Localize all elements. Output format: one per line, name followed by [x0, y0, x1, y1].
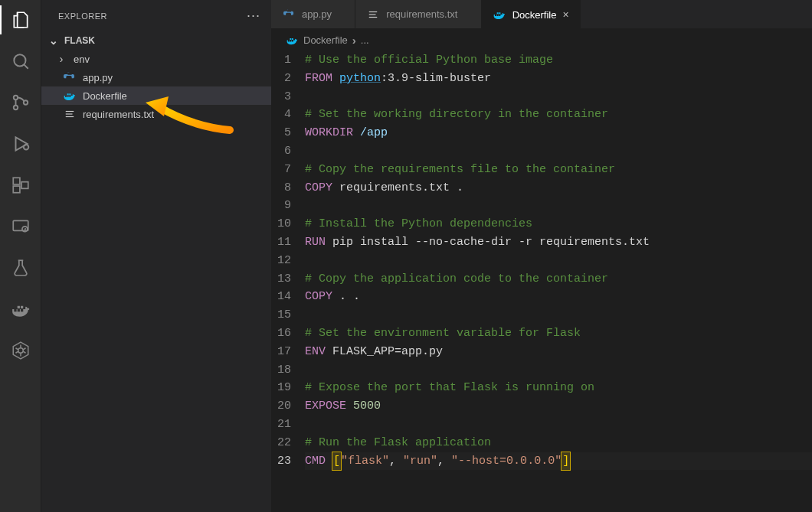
line-number: 17 [274, 343, 291, 361]
line-number: 23 [274, 452, 291, 471]
code-token: "run" [403, 452, 437, 471]
code-line[interactable]: # Copy the application code to the conta… [305, 270, 812, 289]
code-lines[interactable]: # Use the official Python base imageFROM… [305, 51, 812, 470]
svg-marker-5 [15, 137, 27, 150]
code-line[interactable]: RUN pip install --no-cache-dir -r requir… [305, 233, 812, 252]
code-line[interactable]: # Set the environment variable for Flask [305, 324, 812, 343]
code-line[interactable]: FROM python:3.9-slim-buster [305, 70, 812, 88]
code-token: # Use the official Python base image [305, 51, 553, 70]
code-editor[interactable]: 1234567891011121314151617181920212223 # … [271, 51, 812, 470]
text-lines-icon [366, 9, 380, 20]
code-token: COPY [305, 288, 332, 306]
code-line[interactable]: COPY requirements.txt . [305, 179, 812, 197]
sidebar-title: EXPLORER [58, 11, 107, 21]
code-token: # Run the Flask application [305, 434, 491, 452]
line-number: 4 [274, 106, 291, 124]
activity-search-icon[interactable] [8, 49, 33, 73]
code-line[interactable] [305, 88, 812, 106]
code-line[interactable] [305, 197, 812, 215]
chevron-down-icon: ⌄ [47, 34, 60, 47]
code-line[interactable] [305, 306, 812, 324]
line-number: 12 [274, 252, 291, 270]
code-token: , [437, 452, 451, 471]
code-line[interactable]: EXPOSE 5000 [305, 397, 812, 416]
activity-git-icon[interactable] [8, 90, 33, 115]
close-icon[interactable]: × [562, 8, 568, 21]
activity-extensions-icon[interactable] [8, 173, 33, 197]
code-token: :3.9-slim-buster [381, 70, 491, 88]
code-token: FROM [305, 70, 332, 88]
activity-files-icon[interactable] [8, 8, 33, 32]
docker-icon [285, 34, 299, 46]
code-line[interactable]: # Copy the requirements file to the cont… [305, 161, 812, 179]
code-token [353, 124, 360, 142]
code-token [326, 452, 332, 471]
line-number: 11 [274, 233, 291, 252]
code-line[interactable]: WORKDIR /app [305, 124, 812, 142]
activity-test-icon[interactable] [8, 256, 33, 280]
code-line[interactable] [305, 252, 812, 270]
code-line[interactable]: CMD ["flask", "run", "--host=0.0.0.0"] [305, 452, 812, 471]
code-line[interactable] [305, 361, 812, 380]
editor-area: app.py × requirements.txt × Dockerfile ×… [271, 0, 812, 512]
tab-label: app.py [302, 8, 332, 20]
tab-label: requirements.txt [386, 8, 457, 20]
line-number: 18 [274, 361, 291, 380]
chevron-right-icon: › [352, 34, 356, 47]
activity-kubernetes-icon[interactable] [8, 338, 33, 363]
tab-dockerfile[interactable]: Dockerfile × [482, 0, 581, 28]
code-token: FLASK_APP=app.py [326, 343, 443, 361]
code-line[interactable] [305, 416, 812, 434]
tree-file-requirements[interactable]: requirements.txt [41, 105, 271, 123]
line-number: 14 [274, 288, 291, 306]
activity-remote-icon[interactable] [8, 214, 33, 239]
line-number: 6 [274, 142, 291, 161]
line-number: 16 [274, 324, 291, 343]
python-icon [282, 8, 296, 20]
line-number: 22 [274, 434, 291, 452]
line-gutter: 1234567891011121314151617181920212223 [274, 51, 305, 470]
tree-file-app[interactable]: app.py [41, 68, 271, 86]
line-number: 7 [274, 161, 291, 179]
code-token: 5000 [353, 397, 381, 416]
tab-requirements[interactable]: requirements.txt × [355, 0, 481, 28]
code-token: /app [360, 124, 388, 142]
code-token [346, 397, 353, 416]
svg-line-1 [24, 64, 28, 68]
activity-debug-icon[interactable] [8, 132, 33, 156]
code-line[interactable] [305, 142, 812, 161]
line-number: 19 [274, 379, 291, 397]
code-line[interactable]: COPY . . [305, 288, 812, 306]
svg-marker-12 [13, 342, 28, 359]
line-number: 13 [274, 270, 291, 289]
code-line[interactable]: # Install the Python dependencies [305, 215, 812, 233]
tab-label: Dockerfile [512, 9, 557, 21]
sidebar-more-icon[interactable]: ··· [247, 8, 260, 24]
code-token: "flask" [341, 452, 389, 471]
line-number: 1 [274, 51, 291, 70]
breadcrumb[interactable]: Dockerfile › ... [271, 29, 812, 51]
activity-docker-icon[interactable] [8, 297, 33, 321]
svg-point-13 [18, 348, 23, 354]
tree-folder-env[interactable]: › env [41, 50, 271, 68]
code-token: . . [332, 288, 360, 306]
folder-header[interactable]: ⌄ FLASK [41, 31, 271, 50]
code-line[interactable]: # Use the official Python base image [305, 51, 812, 70]
tree-file-dockerfile[interactable]: Dockerfile [41, 86, 271, 105]
code-token: [ [332, 452, 341, 471]
line-number: 20 [274, 397, 291, 416]
line-number: 9 [274, 197, 291, 215]
code-line[interactable]: ENV FLASK_APP=app.py [305, 343, 812, 361]
code-line[interactable]: # Expose the port that Flask is running … [305, 379, 812, 397]
svg-point-2 [13, 96, 17, 99]
svg-rect-10 [13, 220, 28, 230]
svg-rect-7 [13, 178, 20, 184]
folder-name: FLASK [64, 35, 95, 46]
code-line[interactable]: # Set the working directory in the conta… [305, 106, 812, 124]
code-line[interactable]: # Run the Flask application [305, 434, 812, 452]
code-token: WORKDIR [305, 124, 353, 142]
tab-app[interactable]: app.py × [271, 0, 355, 28]
line-number: 3 [274, 88, 291, 106]
code-token: # Copy the requirements file to the cont… [305, 161, 615, 179]
breadcrumb-rest: ... [361, 34, 369, 46]
